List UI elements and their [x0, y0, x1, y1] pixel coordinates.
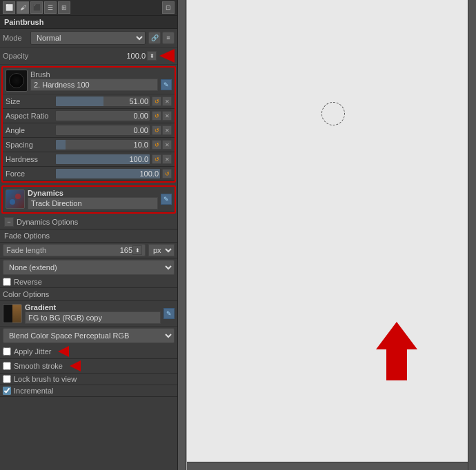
- opacity-label: Opacity: [3, 52, 126, 60]
- prop-label-hardness: Hardness: [6, 155, 55, 163]
- color-options-label: Color Options: [0, 288, 177, 301]
- prop-label-spacing: Spacing: [6, 141, 55, 149]
- canvas-area: [178, 0, 476, 470]
- prop-row-hardness: Hardness 100.0 ↺ ✕: [3, 152, 175, 167]
- brush-label: Brush: [30, 70, 50, 79]
- mode-icon-lock[interactable]: 🔗: [148, 32, 161, 44]
- prop-reset-aspect[interactable]: ↺: [152, 111, 161, 121]
- prop-bar-size[interactable]: 51.00: [55, 96, 150, 107]
- reverse-checkbox[interactable]: [3, 278, 11, 286]
- prop-value-angle: 0.00: [56, 126, 150, 134]
- dynamics-row: Dynamics ✎: [3, 187, 175, 212]
- prop-chain-hardness[interactable]: ✕: [162, 154, 172, 164]
- dynamics-sub-input[interactable]: [28, 197, 158, 210]
- prop-value-force: 100.0: [56, 170, 160, 178]
- prop-label-angle: Angle: [6, 126, 55, 134]
- apply-jitter-label: Apply Jitter: [14, 347, 51, 356]
- dynamics-edit-icon[interactable]: ✎: [161, 194, 172, 205]
- mode-icon-more[interactable]: ≡: [162, 32, 175, 44]
- gradient-title: Gradient: [25, 303, 161, 311]
- white-canvas[interactable]: [186, 0, 476, 470]
- dynamics-text: Dynamics: [28, 189, 158, 210]
- lock-brush-row: Lock brush to view: [0, 374, 177, 385]
- prop-row-size: Size 51.00 ↺ ✕: [3, 94, 175, 109]
- gradient-sub-input[interactable]: [25, 311, 161, 324]
- svg-point-1: [15, 194, 21, 199]
- fade-spin[interactable]: ⬍: [132, 245, 142, 255]
- repeat-container: None (extend) Repeat Reverse: [3, 260, 175, 275]
- brush-edit-icon[interactable]: ✎: [161, 79, 172, 90]
- gradient-text: Gradient: [25, 303, 161, 324]
- repeat-select[interactable]: None (extend) Repeat Reverse: [3, 260, 174, 274]
- prop-bar-angle[interactable]: 0.00: [55, 125, 150, 136]
- toolbar-icon-5[interactable]: ⊞: [58, 1, 70, 14]
- opacity-spin[interactable]: ⬍: [147, 51, 157, 61]
- prop-value-spacing: 10.0: [56, 141, 150, 149]
- prop-label-aspect: Aspect Ratio: [6, 112, 55, 120]
- fade-input-value: 165: [120, 246, 132, 254]
- dynamics-section: Dynamics ✎: [1, 185, 176, 214]
- prop-bar-spacing[interactable]: 10.0: [55, 139, 150, 150]
- prop-value-aspect: 0.00: [56, 112, 150, 120]
- brush-circle-icon: [9, 73, 24, 88]
- gradient-edit-icon[interactable]: ✎: [163, 308, 175, 319]
- incremental-label: Incremental: [14, 387, 53, 395]
- svg-point-0: [10, 199, 15, 205]
- prop-reset-hardness[interactable]: ↺: [152, 154, 161, 164]
- canvas-red-arrow: [373, 318, 435, 387]
- mode-row: Mode Normal Multiply Screen 🔗 ≡: [0, 29, 177, 48]
- prop-chain-size[interactable]: ✕: [162, 96, 172, 106]
- incremental-checkbox[interactable]: [3, 387, 11, 395]
- toolbar: ⬜ 🖌 ⬛ ☰ ⊞ ⊡: [0, 0, 177, 16]
- prop-bar-force[interactable]: 100.0: [55, 168, 161, 179]
- toolbar-icon-expand[interactable]: ⊡: [162, 1, 175, 14]
- brush-row: Brush ✎: [3, 68, 175, 94]
- ruler-left: [178, 0, 186, 470]
- dynamics-options-label: Dynamics Options: [17, 218, 78, 226]
- prop-reset-angle[interactable]: ↺: [152, 125, 161, 135]
- smooth-stroke-checkbox[interactable]: [3, 362, 11, 370]
- ruler-bottom: [187, 462, 476, 470]
- smooth-stroke-arrow: [70, 360, 81, 371]
- brush-info: Brush ✎: [30, 70, 172, 91]
- mode-select[interactable]: Normal Multiply Screen: [30, 31, 146, 45]
- gradient-thumbnail[interactable]: [3, 304, 22, 323]
- prop-row-spacing: Spacing 10.0 ↺ ✕: [3, 138, 175, 152]
- prop-bar-aspect[interactable]: 0.00: [55, 110, 150, 121]
- toolbar-icon-1[interactable]: ⬜: [3, 1, 15, 14]
- dynamics-options-toggle[interactable]: −: [4, 217, 14, 227]
- prop-row-force: Force 100.0 ↺: [3, 167, 175, 181]
- toolbar-icon-3[interactable]: ⬛: [30, 1, 43, 14]
- reverse-row: Reverse: [0, 276, 177, 288]
- brush-thumbnail[interactable]: [6, 70, 28, 92]
- prop-row-aspect: Aspect Ratio 0.00 ↺ ✕: [3, 109, 175, 123]
- incremental-row: Incremental: [0, 385, 177, 397]
- prop-chain-spacing[interactable]: ✕: [162, 140, 172, 150]
- prop-bar-hardness[interactable]: 100.0: [55, 154, 150, 165]
- gradient-row: Gradient ✎: [0, 301, 177, 327]
- blend-row: Blend Color Space Perceptual RGB Blend C…: [3, 328, 175, 343]
- brush-name-input[interactable]: [30, 79, 158, 91]
- apply-jitter-row: Apply Jitter: [0, 345, 177, 359]
- fade-options-label: Fade Options: [4, 232, 50, 240]
- mode-label: Mode: [3, 34, 28, 42]
- toolbar-icon-4[interactable]: ☰: [44, 1, 57, 14]
- smooth-stroke-row: Smooth stroke: [0, 359, 177, 374]
- prop-chain-aspect[interactable]: ✕: [162, 111, 172, 121]
- left-panel: ⬜ 🖌 ⬛ ☰ ⊞ ⊡ Paintbrush Mode Normal Multi…: [0, 0, 178, 470]
- prop-reset-size[interactable]: ↺: [152, 96, 161, 106]
- prop-reset-force[interactable]: ↺: [162, 169, 172, 178]
- gradient-right: [12, 305, 21, 323]
- lock-brush-checkbox[interactable]: [3, 375, 11, 383]
- toolbar-icon-2[interactable]: 🖌: [17, 1, 29, 14]
- prop-label-size: Size: [6, 97, 55, 105]
- blend-select[interactable]: Blend Color Space Perceptual RGB Blend C…: [3, 329, 174, 343]
- fade-unit-select[interactable]: px % in: [148, 244, 175, 256]
- fade-length-row: Fade length 165 ⬍ px % in: [0, 243, 177, 258]
- gradient-left: [3, 305, 12, 323]
- brush-cursor: [321, 102, 345, 125]
- fade-input-container[interactable]: Fade length 165 ⬍: [3, 244, 146, 256]
- prop-chain-angle[interactable]: ✕: [162, 125, 172, 135]
- apply-jitter-checkbox[interactable]: [3, 347, 11, 356]
- prop-reset-spacing[interactable]: ↺: [152, 140, 161, 150]
